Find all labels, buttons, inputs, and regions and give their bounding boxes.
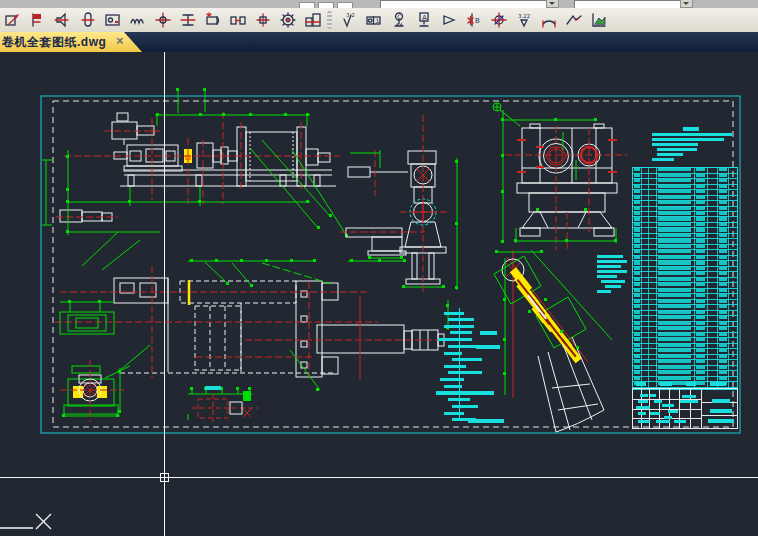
upper-toolbar-partial [0,0,758,8]
cyan-annotation-bar [660,382,672,386]
gear-assembly-icon[interactable] [301,9,324,31]
detail-bearing-block[interactable] [60,360,130,422]
parts-list-table [632,167,738,390]
cyan-annotation-bar [650,394,656,397]
cyan-annotation-bar [597,275,617,278]
datum-target-icon[interactable]: A [412,9,435,31]
center-cross-icon[interactable] [151,9,174,31]
document-tabbar: 卷机全套图纸.dwg × [0,32,758,54]
drawing-canvas[interactable] [0,52,758,536]
part-flag-icon[interactable] [26,9,49,31]
cyan-annotation-bar [468,419,504,423]
cyan-annotation-bar [657,153,683,156]
cyan-annotation-bar [444,352,462,355]
svg-text:3.22: 3.22 [518,13,530,19]
cyan-annotation-bar [597,290,611,293]
roughness-symbol-icon[interactable]: 3.2 [337,9,360,31]
svg-text:1: 1 [375,17,379,24]
kink-line-icon[interactable] [562,9,585,31]
cyan-annotation-bar [480,331,497,335]
shaft-horn-icon[interactable] [51,9,74,31]
application-window: 3.21CAB3.22 卷机全套图纸.dwg × [0,0,758,536]
layer-combo-partial[interactable] [380,0,548,8]
spring-icon[interactable] [126,9,149,31]
cyan-annotation-bar [605,285,621,288]
cyan-annotation-bar [680,400,698,403]
cyan-annotation-bar [638,400,648,403]
svg-text:C: C [397,13,401,20]
cyan-annotation-bar [664,416,672,419]
camera-box-icon[interactable] [101,9,124,31]
main-toolbar: 3.21CAB3.22 [0,8,758,33]
cyan-annotation-bar [656,420,670,423]
cyan-annotation-bar [636,382,646,386]
cyan-annotation-bar [597,265,621,268]
tab-close-icon[interactable]: × [116,33,124,48]
cyan-annotation-bar [448,371,482,374]
cyan-annotation-bar [638,420,650,423]
cyan-annotation-bar [438,338,472,341]
cyan-annotation-bar [452,358,482,361]
cyan-annotation-bar [205,386,221,390]
cyan-annotation-bar [662,404,674,407]
area-chart-icon[interactable] [587,9,610,31]
detail-small-part[interactable] [188,387,258,422]
center-mark-icon[interactable] [487,9,510,31]
cyan-annotation-bar [476,345,500,349]
ucs-icon [0,514,51,529]
cyan-annotation-bar [638,412,646,415]
cyan-annotation-bar [682,395,696,398]
cyan-annotation-bar [444,365,466,368]
cyan-annotation-bar [668,410,678,413]
view-gearbox-end[interactable] [493,103,627,250]
coupling-icon[interactable] [226,9,249,31]
cyan-annotation-bar [686,382,696,386]
cyan-annotation-bar [650,412,660,415]
cyan-annotation-bar [636,406,650,409]
beam-section-icon[interactable] [176,9,199,31]
cyan-annotation-bar [683,127,699,131]
cyan-annotation-bar [674,420,686,423]
cyan-annotation-bar [444,385,462,388]
combo-dropdown-arrow-icon[interactable] [680,0,693,8]
cyan-annotation-bar [657,148,697,151]
cyan-annotation-bar [652,133,732,136]
view-inclined-section[interactable] [494,250,612,432]
basic-dimension-icon[interactable]: 1 [362,9,385,31]
gear-front-icon[interactable] [276,9,299,31]
toolbar-grip[interactable] [327,11,332,29]
cyan-annotation-bar [440,378,464,381]
cyan-annotation-bar [708,419,734,423]
cyan-annotation-bar [444,312,464,315]
cyan-annotation-bar [710,409,732,413]
cyan-annotation-bar [597,255,623,258]
combo-dropdown-arrow-icon[interactable] [546,0,559,8]
arc-dimension-icon[interactable] [537,9,560,31]
cyan-annotation-bar [444,412,464,415]
detail-view-icon[interactable] [1,9,24,31]
svg-text:B: B [475,17,480,25]
roughness-value-icon[interactable]: 3.22 [512,9,535,31]
datum-line-b-icon[interactable]: B [462,9,485,31]
cyan-annotation-bar [597,260,627,263]
pin-capsule-icon[interactable] [76,9,99,31]
cyan-annotation-bar [640,394,648,397]
cyan-annotation-bar [652,158,674,161]
cyan-annotation-bar [436,391,494,395]
datum-circle-icon[interactable]: C [387,9,410,31]
cyan-annotation-bar [710,382,726,386]
bearing-left-icon[interactable] [201,9,224,31]
view-main-assembly[interactable] [42,88,458,290]
cyan-annotation-bar [601,280,625,283]
cyan-annotation-bar [712,399,730,403]
document-tab[interactable]: 卷机全套图纸.dwg × [0,32,142,52]
cyan-annotation-bar [652,143,698,146]
cyan-annotation-bar [597,270,627,273]
taper-symbol-icon[interactable] [437,9,460,31]
document-tab-label: 卷机全套图纸.dwg [2,34,106,51]
cyan-annotation-bar [452,405,478,408]
pump-cross-icon[interactable] [251,9,274,31]
style-combo-partial[interactable] [574,0,682,8]
cyan-annotation-bar [448,398,470,401]
cyan-annotation-bar [448,318,474,321]
